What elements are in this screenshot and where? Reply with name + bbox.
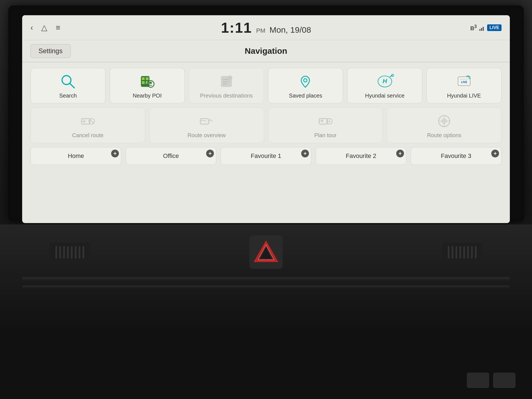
favourite3-label: Favourite 3: [441, 152, 471, 160]
vent-slot: [71, 246, 73, 259]
svg-point-27: [469, 78, 470, 79]
search-label: Search: [59, 92, 77, 99]
settings-button[interactable]: Settings: [30, 44, 71, 58]
svg-rect-7: [146, 77, 149, 80]
home-add-button[interactable]: +: [111, 150, 119, 157]
hyundai-live-icon: LIVE: [456, 73, 472, 90]
home-favourite[interactable]: + Home: [30, 147, 121, 165]
favourites-row: + Home + Office + Favourite 1 + Favourit…: [30, 147, 502, 165]
ampm-display: PM: [256, 27, 265, 34]
office-favourite[interactable]: + Office: [126, 147, 216, 165]
route-overview-icon: [198, 113, 215, 129]
favourite1-item[interactable]: + Favourite 1: [221, 147, 311, 165]
time-display: 1:11: [221, 19, 252, 36]
hyundai-live-menu-item[interactable]: LIVE Hyundai LIVE: [426, 68, 502, 103]
favourite2-item[interactable]: + Favourite 2: [316, 147, 406, 165]
svg-rect-1: [481, 28, 482, 31]
menu-button[interactable]: ≡: [56, 23, 60, 32]
bottom-button-2[interactable]: [493, 373, 515, 388]
status-right: B3 LIVE: [470, 24, 502, 32]
hyundai-live-label: Hyundai LIVE: [447, 92, 481, 99]
menu-row-2: Cancel route Route overview: [30, 108, 502, 143]
vent-slot: [452, 246, 453, 259]
vent-slot: [463, 246, 465, 259]
favourite1-add-button[interactable]: +: [301, 150, 309, 157]
svg-point-38: [443, 120, 445, 122]
dashboard: ‹ △ ≡ 1:11 PM Mon, 19/08 B3: [0, 0, 532, 399]
plan-tour-menu-item[interactable]: Plan tour: [268, 108, 383, 143]
svg-line-30: [90, 120, 93, 123]
svg-point-11: [150, 82, 152, 84]
vent-slot: [467, 246, 469, 259]
vent-slot: [55, 246, 57, 259]
svg-text:LIVE: LIVE: [461, 81, 467, 84]
svg-rect-25: [460, 79, 468, 80]
office-add-button[interactable]: +: [206, 150, 214, 157]
vent-slot: [456, 246, 457, 259]
dashboard-lower: [0, 224, 532, 399]
page-title: Navigation: [245, 46, 287, 56]
vent-slot: [75, 246, 76, 259]
vent-slot: [475, 246, 477, 259]
vent-slot: [79, 246, 80, 259]
route-overview-menu-item[interactable]: Route overview: [149, 108, 264, 143]
vent-slot: [448, 246, 449, 259]
console-ridge-2: [22, 285, 510, 288]
svg-rect-31: [200, 119, 209, 124]
favourite2-add-button[interactable]: +: [396, 150, 404, 157]
previous-destinations-icon: ⟳: [218, 73, 235, 90]
hyundai-service-menu-item[interactable]: H Hyundai service: [347, 68, 422, 103]
time-section: 1:11 PM Mon, 19/08: [221, 19, 311, 36]
left-vent: [50, 243, 90, 262]
home-button[interactable]: △: [41, 23, 47, 32]
vent-slot: [471, 246, 473, 259]
console-ridge-1: [22, 277, 510, 281]
hyundai-service-icon: H: [377, 73, 393, 90]
previous-destinations-menu-item[interactable]: ⟳ Previous destinations: [189, 68, 264, 103]
menu-row-1: Search: [30, 68, 502, 103]
svg-rect-32: [319, 119, 328, 124]
svg-rect-8: [142, 81, 145, 84]
previous-destinations-label: Previous destinations: [200, 92, 253, 99]
right-vent: [442, 243, 482, 262]
cancel-route-label: Cancel route: [72, 132, 103, 139]
svg-rect-0: [479, 29, 480, 31]
grid-area: Search: [22, 62, 510, 170]
bottom-button-1[interactable]: [467, 373, 489, 388]
hazard-button[interactable]: [249, 236, 283, 269]
home-label: Home: [68, 152, 84, 160]
status-bar: ‹ △ ≡ 1:11 PM Mon, 19/08 B3: [22, 15, 510, 40]
header-bar: Settings Navigation: [22, 40, 510, 62]
vent-slot: [63, 246, 65, 259]
plan-tour-label: Plan tour: [314, 132, 336, 139]
nav-controls: ‹ △ ≡: [30, 23, 60, 32]
vent-slot: [67, 246, 69, 259]
signal-badge: B3: [470, 24, 484, 32]
favourite3-item[interactable]: + Favourite 3: [411, 147, 502, 165]
svg-point-18: [304, 79, 307, 82]
favourite3-add-button[interactable]: +: [491, 150, 499, 157]
hyundai-service-label: Hyundai service: [365, 92, 405, 99]
vent-slot: [59, 246, 61, 259]
plan-tour-icon: [317, 113, 334, 129]
cancel-route-icon: [80, 113, 96, 129]
office-label: Office: [163, 152, 179, 160]
back-button[interactable]: ‹: [30, 23, 33, 32]
saved-places-menu-item[interactable]: Saved places: [268, 68, 343, 103]
nearby-poi-menu-item[interactable]: Nearby POI: [110, 68, 185, 103]
route-options-icon: [436, 113, 452, 129]
nearby-poi-label: Nearby POI: [133, 92, 162, 99]
cancel-route-menu-item[interactable]: Cancel route: [30, 108, 145, 143]
vent-hazard-row: [0, 224, 532, 269]
route-options-label: Route options: [427, 132, 461, 139]
route-options-menu-item[interactable]: Route options: [387, 108, 502, 143]
saved-places-icon: [297, 73, 314, 90]
favourite1-label: Favourite 1: [251, 152, 281, 160]
svg-rect-2: [483, 27, 484, 31]
main-screen: ‹ △ ≡ 1:11 PM Mon, 19/08 B3: [22, 15, 510, 223]
search-menu-item[interactable]: Search: [30, 68, 106, 103]
saved-places-label: Saved places: [289, 92, 322, 99]
search-icon: [60, 73, 76, 90]
nearby-poi-icon: [139, 73, 155, 90]
route-overview-label: Route overview: [188, 132, 226, 139]
